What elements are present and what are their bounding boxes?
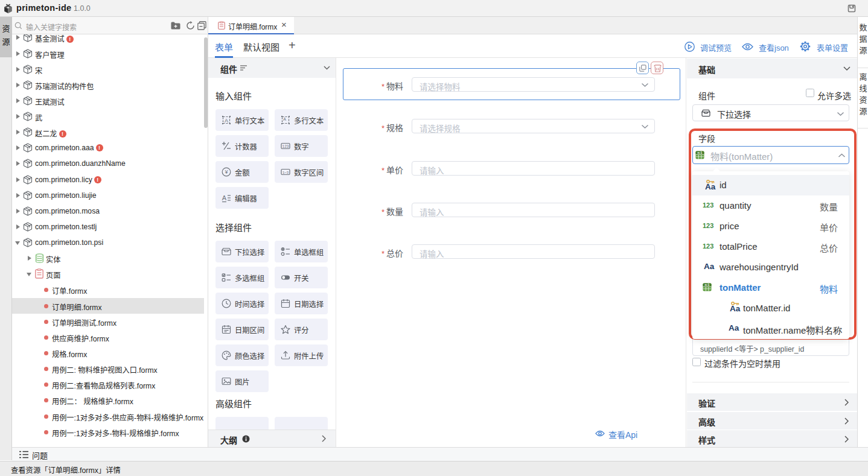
svg-text:n:1: n:1	[698, 151, 703, 154]
svg-text:A: A	[222, 194, 227, 202]
svg-text:A: A	[283, 117, 286, 121]
svg-text:123: 123	[282, 144, 289, 148]
svg-text:¥: ¥	[225, 169, 228, 175]
svg-text:1~3: 1~3	[282, 171, 289, 174]
svg-text:n:1: n:1	[705, 283, 710, 287]
svg-text:A: A	[225, 118, 228, 124]
